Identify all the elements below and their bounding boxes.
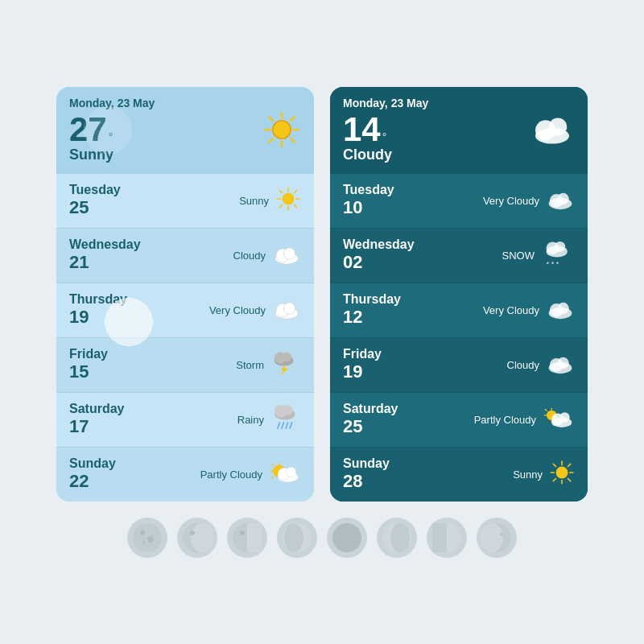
day-info-tuesday-light: Tuesday 25 — [69, 183, 121, 218]
svg-point-88 — [284, 523, 303, 552]
svg-line-7 — [291, 117, 295, 121]
day-row-sunday-light: Sunday 22 Partly Cloudy — [56, 447, 314, 502]
svg-line-73 — [553, 464, 555, 466]
svg-line-64 — [545, 409, 547, 411]
svg-point-56 — [557, 303, 568, 314]
cloud-icon — [272, 297, 301, 323]
day-row-tuesday-light: Tuesday 25 Sunny — [56, 173, 314, 228]
light-header-date: Monday, 23 May — [69, 97, 155, 109]
svg-line-39 — [272, 464, 274, 465]
svg-point-67 — [559, 412, 570, 423]
svg-point-80 — [142, 541, 146, 544]
moon-waxing-crescent — [377, 518, 417, 558]
svg-line-32 — [282, 423, 284, 429]
moon-phases-row — [127, 518, 517, 558]
svg-rect-85 — [247, 523, 262, 552]
moon-last-quarter — [227, 518, 267, 558]
widget-light: Monday, 23 May 27 ° Sunny — [56, 87, 314, 502]
day-row-thursday-dark: Thursday 12 Very Cloudy — [330, 283, 588, 337]
svg-point-43 — [286, 467, 296, 477]
svg-line-8 — [269, 138, 273, 142]
dark-header-date: Monday, 23 May — [343, 97, 428, 109]
day-row-wednesday-light: Wednesday 21 Cloudy — [56, 228, 314, 283]
svg-line-76 — [553, 478, 555, 481]
day-row-sunday-dark: Sunday 28 Sunny — [330, 447, 588, 502]
moon-first-quarter — [427, 518, 467, 558]
sun-icon-dark — [549, 460, 575, 489]
svg-line-15 — [294, 204, 296, 207]
partly-cloud-dark-icon — [543, 404, 575, 435]
svg-line-31 — [278, 423, 280, 429]
svg-point-95 — [481, 523, 503, 552]
svg-line-6 — [291, 138, 295, 142]
dark-degree: ° — [382, 130, 387, 143]
light-header-info: Monday, 23 May 27 ° Sunny — [69, 97, 155, 163]
svg-point-89 — [332, 523, 361, 552]
svg-point-77 — [133, 523, 162, 552]
svg-point-79 — [147, 536, 154, 543]
cloud-icon — [546, 188, 575, 213]
widget-dark: Monday, 23 May 14 ° Cloudy Tuesday 10 — [330, 87, 588, 502]
svg-point-83 — [190, 530, 195, 535]
dark-header-info: Monday, 23 May 14 ° Cloudy — [343, 97, 428, 163]
partly-cloud-icon — [269, 459, 301, 489]
day-row-saturday-light: Saturday 17 Rainy — [56, 392, 314, 447]
light-header-condition: Sunny — [69, 147, 155, 163]
svg-point-86 — [240, 530, 245, 535]
svg-point-52 — [555, 242, 565, 252]
svg-line-5 — [269, 117, 273, 121]
svg-point-49 — [557, 193, 568, 204]
svg-line-34 — [290, 423, 292, 429]
svg-point-82 — [191, 523, 213, 552]
day-row-friday-dark: Friday 19 Cloudy — [330, 337, 588, 392]
cloud-icon — [546, 352, 575, 378]
storm-icon — [270, 349, 301, 380]
light-degree: ° — [109, 130, 114, 143]
svg-point-0 — [273, 121, 291, 138]
moon-new — [327, 518, 367, 558]
svg-text:* * *: * * * — [547, 260, 559, 268]
moon-waning-crescent — [277, 518, 317, 558]
moon-full — [127, 518, 167, 558]
day-condition: Sunny — [239, 195, 269, 207]
day-right: Sunny — [239, 186, 301, 215]
svg-line-33 — [286, 423, 288, 429]
moon-waxing-gibbous — [477, 518, 517, 558]
day-temp: 25 — [69, 197, 121, 218]
moon-waning-gibbous — [177, 518, 217, 558]
svg-point-30 — [283, 405, 293, 415]
sun-icon-header-light — [262, 110, 301, 149]
dark-header: Monday, 23 May 14 ° Cloudy — [330, 87, 588, 173]
sun-icon-small — [275, 186, 301, 215]
svg-point-91 — [390, 523, 410, 552]
snow-icon: * * * — [541, 239, 575, 271]
svg-line-74 — [568, 478, 570, 481]
svg-line-40 — [272, 477, 274, 478]
svg-line-14 — [279, 190, 282, 192]
cloud-icon-header-dark — [530, 110, 575, 149]
day-row-saturday-dark: Saturday 25 Partly Cloudy — [330, 392, 588, 447]
svg-line-17 — [279, 204, 282, 207]
svg-point-26 — [282, 352, 291, 361]
svg-point-23 — [283, 303, 295, 314]
svg-point-78 — [140, 530, 145, 535]
svg-line-16 — [294, 190, 296, 192]
light-header: Monday, 23 May 27 ° Sunny — [56, 87, 314, 173]
dark-header-temp: 14 — [343, 113, 381, 147]
svg-point-96 — [500, 533, 503, 536]
cloud-icon — [546, 297, 575, 323]
light-header-temp: 27 — [69, 113, 107, 147]
svg-point-9 — [283, 193, 295, 205]
dark-header-condition: Cloudy — [343, 147, 428, 163]
day-row-thursday-light: Thursday 19 Very Cloudy — [56, 283, 314, 337]
cloud-icon — [272, 242, 301, 268]
day-name: Tuesday — [69, 183, 121, 197]
svg-point-68 — [556, 467, 568, 479]
svg-marker-27 — [280, 365, 289, 376]
day-row-friday-light: Friday 15 Storm — [56, 337, 314, 392]
svg-line-75 — [568, 464, 570, 466]
svg-rect-93 — [432, 523, 447, 552]
svg-point-20 — [283, 248, 295, 259]
widgets-container: Monday, 23 May 27 ° Sunny — [56, 87, 588, 502]
rain-icon — [270, 403, 301, 436]
